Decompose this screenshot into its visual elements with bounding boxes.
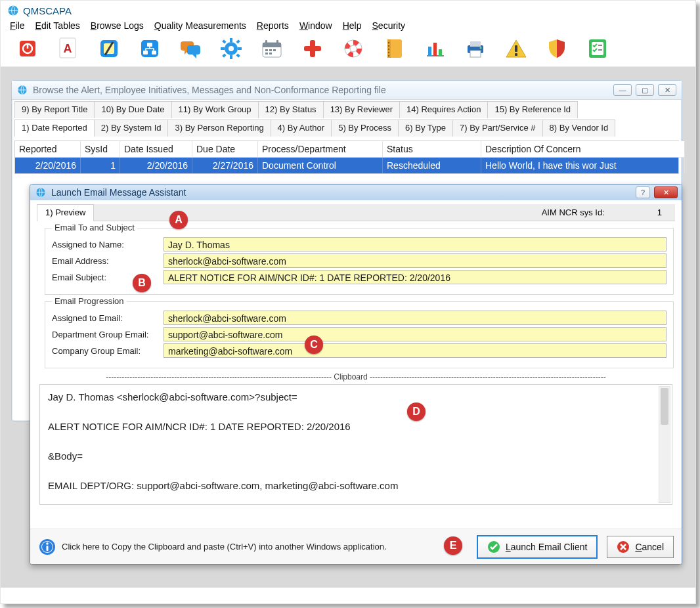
plus-icon[interactable] xyxy=(301,37,324,60)
tab-by-reference-id[interactable]: 15) By Reference Id xyxy=(487,101,578,118)
shield-icon[interactable] xyxy=(546,37,568,60)
browse-window-controls: — ▢ ✕ xyxy=(613,84,676,96)
tab-by-vendor-id[interactable]: 8) By Vendor Id xyxy=(542,119,616,137)
email-assistant-dialog: Launch Email Message Assistant ? ✕ 1) Pr… xyxy=(30,184,682,565)
gear-icon[interactable] xyxy=(220,37,242,60)
cell-due-date: 2/27/2016 xyxy=(192,158,258,173)
dialog-title: Launch Email Message Assistant xyxy=(51,187,186,198)
menu-reports[interactable]: Reports xyxy=(253,19,293,32)
svg-rect-20 xyxy=(230,55,232,59)
dialog-window-controls: ? ✕ xyxy=(636,186,678,198)
tab-by-process[interactable]: 5) By Process xyxy=(331,119,399,137)
col-description[interactable]: Description Of Concern xyxy=(481,141,685,158)
help-button[interactable]: ? xyxy=(636,186,650,198)
cancel-label: Cancel xyxy=(635,542,664,552)
footer-hint[interactable]: Click here to Copy the Clipboard and pas… xyxy=(38,538,468,556)
notepad-icon[interactable] xyxy=(98,37,120,60)
tab-requires-action[interactable]: 14) Requires Action xyxy=(399,101,488,118)
svg-rect-22 xyxy=(238,47,242,50)
tab-by-status[interactable]: 12) By Status xyxy=(258,101,324,118)
chat-icon[interactable] xyxy=(179,37,202,60)
callout-a: A xyxy=(169,211,188,229)
grid-header: Reported SysId Date Issued Due Date Proc… xyxy=(15,141,678,158)
callout-b: B xyxy=(133,274,151,292)
bar-chart-icon[interactable] xyxy=(424,37,446,60)
email-address-label: Email Address: xyxy=(52,256,164,266)
menu-file[interactable]: File xyxy=(6,19,29,32)
svg-rect-57 xyxy=(515,53,517,56)
tab-by-reviewer[interactable]: 13) By Reviewer xyxy=(323,101,400,118)
col-status[interactable]: Status xyxy=(383,141,481,158)
svg-marker-16 xyxy=(192,54,196,58)
tab-by-author[interactable]: 4) By Author xyxy=(271,119,332,137)
callout-d: D xyxy=(407,402,426,421)
svg-rect-48 xyxy=(428,47,431,56)
col-due-date[interactable]: Due Date xyxy=(192,141,258,158)
tab-by-work-group[interactable]: 11) By Work Group xyxy=(171,101,259,118)
tab-by-system-id[interactable]: 2) By System Id xyxy=(94,119,169,137)
tab-by-part-service[interactable]: 7) By Part/Service # xyxy=(452,119,543,137)
svg-rect-52 xyxy=(470,41,481,47)
cancel-button[interactable]: Cancel xyxy=(607,536,674,558)
tab-by-type[interactable]: 6) By Type xyxy=(398,119,453,137)
org-chart-icon[interactable] xyxy=(139,37,161,60)
svg-rect-15 xyxy=(187,45,200,54)
assigned-name-field[interactable]: Jay D. Thomas xyxy=(164,237,667,251)
tab-date-reported[interactable]: 1) Date Reported xyxy=(14,119,95,137)
power-icon[interactable] xyxy=(16,37,39,60)
maximize-button[interactable]: ▢ xyxy=(636,84,654,96)
assigned-email-field[interactable]: sherlock@abci-software.com xyxy=(164,311,667,325)
menu-quality-measurements[interactable]: Quality Measurements xyxy=(150,19,250,32)
callout-e: E xyxy=(444,536,462,555)
dept-email-label: Department Group Email: xyxy=(52,330,164,339)
tab-by-due-date[interactable]: 10) By Due Date xyxy=(94,101,171,118)
cell-date-issued: 2/20/2016 xyxy=(120,158,192,173)
callout-c: C xyxy=(305,336,323,354)
menu-security[interactable]: Security xyxy=(368,19,410,32)
menu-window[interactable]: Window xyxy=(295,19,336,32)
scrollbar[interactable] xyxy=(659,386,670,503)
browse-title-bar: Browse the Alert, Employee Initiatives, … xyxy=(12,81,682,100)
notebook-icon[interactable] xyxy=(383,37,405,60)
printer-icon[interactable] xyxy=(464,37,487,60)
browse-grid[interactable]: Reported SysId Date Issued Due Date Proc… xyxy=(14,141,679,174)
dialog-title-bar[interactable]: Launch Email Message Assistant ? ✕ xyxy=(30,185,682,200)
menu-browse-logs[interactable]: Browse Logs xyxy=(87,19,148,32)
tab-by-person-reporting[interactable]: 3) By Person Reporting xyxy=(167,119,271,137)
tab-by-report-title[interactable]: 9) By Report Title xyxy=(14,101,95,118)
col-date-issued[interactable]: Date Issued xyxy=(120,141,192,158)
close-button[interactable]: ✕ xyxy=(658,84,676,96)
svg-rect-11 xyxy=(143,51,148,54)
tab-preview[interactable]: 1) Preview xyxy=(37,204,94,221)
email-subject-field[interactable]: ALERT NOTICE FOR AIM/NCR ID#: 1 DATE REP… xyxy=(164,270,667,284)
email-address-field[interactable]: sherlock@abci-software.com xyxy=(164,253,667,268)
app-title-bar: QMSCAPA xyxy=(1,1,695,18)
col-process[interactable]: Process/Department xyxy=(258,141,383,158)
lifebuoy-icon[interactable] xyxy=(342,37,364,60)
checklist-icon[interactable] xyxy=(586,37,609,60)
toolbar: A xyxy=(1,35,695,67)
app-icon xyxy=(7,5,19,16)
col-sysid[interactable]: SysId xyxy=(81,141,120,158)
svg-rect-10 xyxy=(147,43,152,47)
svg-point-44 xyxy=(388,49,389,50)
minimize-button[interactable]: — xyxy=(613,84,632,96)
mdi-workspace: Browse the Alert, Employee Initiatives, … xyxy=(1,67,695,588)
dept-email-field[interactable]: support@abci-software.com xyxy=(164,327,667,341)
document-a-icon[interactable]: A xyxy=(57,37,79,60)
menu-edit-tables[interactable]: Edit Tables xyxy=(32,19,84,32)
cell-process: Document Control xyxy=(258,158,383,173)
table-row[interactable]: 2/20/2016 1 2/20/2016 2/27/2016 Document… xyxy=(15,158,678,173)
cell-reported: 2/20/2016 xyxy=(15,158,81,173)
svg-text:A: A xyxy=(64,42,72,55)
launch-email-client-button[interactable]: Launch Email Client xyxy=(477,535,598,559)
close-button[interactable]: ✕ xyxy=(654,186,678,198)
clipboard-textarea[interactable]: Jay D. Thomas <sherlock@abci-software.co… xyxy=(39,384,672,505)
calendar-icon[interactable] xyxy=(261,37,283,60)
menu-help[interactable]: Help xyxy=(339,19,366,32)
svg-rect-21 xyxy=(221,47,225,50)
company-email-field[interactable]: marketing@abci-software.com xyxy=(164,343,667,358)
svg-rect-26 xyxy=(236,53,240,57)
col-reported[interactable]: Reported xyxy=(15,141,81,158)
warning-icon[interactable] xyxy=(505,37,527,60)
